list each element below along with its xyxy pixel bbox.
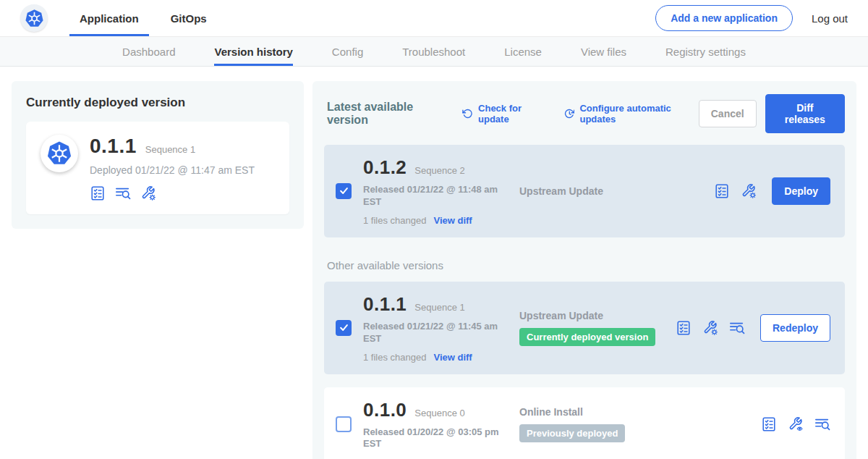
tab-label: Config: [332, 46, 363, 58]
view-diff-link[interactable]: View diff: [433, 215, 472, 226]
add-new-application-button[interactable]: Add a new application: [655, 5, 793, 31]
topnav-tab-gitops[interactable]: GitOps: [161, 0, 217, 36]
previously-deployed-badge: Previously deployed: [519, 424, 625, 442]
tab-label: View files: [581, 46, 626, 58]
currently-deployed-card: 0.1.1 Sequence 1 Deployed 01/21/22 @ 11:…: [26, 122, 289, 214]
tab-view-files[interactable]: View files: [581, 37, 626, 66]
version-checkbox[interactable]: [336, 416, 352, 432]
app-sub-nav: Dashboard Version history Config Trouble…: [0, 36, 868, 67]
version-released-timestamp: Released 01/21/22 @ 11:45 am EST: [363, 321, 501, 345]
latest-version-header: Latest available version Check for updat…: [324, 94, 845, 133]
tab-dashboard[interactable]: Dashboard: [122, 37, 175, 66]
files-changed-label: 1 files changed: [363, 215, 426, 226]
version-checkbox[interactable]: [336, 320, 352, 336]
current-version-number: 0.1.1: [90, 135, 137, 158]
tab-registry-settings[interactable]: Registry settings: [665, 37, 746, 66]
files-changed-label: 1 files changed: [363, 352, 426, 363]
diff-releases-button[interactable]: Diff releases: [765, 94, 845, 133]
topnav-tab-application[interactable]: Application: [69, 0, 149, 36]
tab-troubleshoot[interactable]: Troubleshoot: [402, 37, 465, 66]
tab-label: Registry settings: [665, 46, 746, 58]
tab-label: License: [504, 46, 542, 58]
edit-config-icon[interactable]: [741, 183, 757, 199]
check-for-update-label: Check for update: [478, 103, 548, 125]
release-notes-icon[interactable]: [714, 183, 730, 199]
version-number: 0.1.0: [363, 399, 407, 421]
deploy-logs-icon[interactable]: [814, 416, 830, 432]
tab-label: Version history: [214, 46, 292, 58]
edit-config-icon[interactable]: [702, 320, 718, 336]
redeploy-button[interactable]: Redeploy: [760, 314, 830, 342]
version-source: Upstream Update: [519, 310, 676, 321]
latest-available-title: Latest available version: [327, 101, 446, 127]
version-info: 0.1.2 Sequence 2 Released 01/21/22 @ 11:…: [363, 156, 516, 226]
version-source: Upstream Update: [519, 185, 714, 197]
top-nav: Application GitOps Add a new application…: [0, 0, 868, 36]
currently-deployed-panel: Currently deployed version: [12, 81, 304, 229]
other-available-versions-title: Other available versions: [327, 259, 845, 271]
topnav-tab-label: GitOps: [171, 12, 207, 25]
version-row-0-1-1: 0.1.1 Sequence 1 Released 01/21/22 @ 11:…: [324, 282, 845, 374]
version-info: 0.1.0 Sequence 0 Released 01/20/22 @ 03:…: [363, 399, 516, 451]
version-row-0-1-0: 0.1.0 Sequence 0 Released 01/20/22 @ 03:…: [324, 387, 845, 459]
tab-version-history[interactable]: Version history: [214, 37, 292, 66]
check-icon: [339, 185, 349, 196]
schedule-update-icon: [564, 108, 575, 119]
deploy-button[interactable]: Deploy: [772, 177, 830, 205]
deploy-logs-icon[interactable]: [115, 185, 131, 201]
kubernetes-logo-icon: [41, 135, 78, 172]
version-row-0-1-2: 0.1.2 Sequence 2 Released 01/21/22 @ 11:…: [324, 145, 845, 237]
version-released-timestamp: Released 01/20/22 @ 03:05 pm EST: [363, 426, 501, 451]
topnav-tab-label: Application: [80, 12, 139, 25]
current-version-sequence: Sequence 1: [145, 144, 195, 155]
view-diff-link[interactable]: View diff: [433, 352, 472, 363]
version-checkbox[interactable]: [336, 183, 352, 199]
tab-license[interactable]: License: [504, 37, 542, 66]
version-source: Online Install: [519, 406, 761, 418]
edit-config-icon[interactable]: [140, 185, 156, 201]
logout-link[interactable]: Log out: [812, 12, 848, 25]
currently-deployed-badge: Currently deployed version: [519, 328, 655, 346]
check-for-update-link[interactable]: Check for update: [462, 103, 548, 125]
view-config-icon[interactable]: [788, 416, 804, 432]
version-sequence: Sequence 0: [414, 408, 464, 418]
version-number: 0.1.2: [363, 156, 407, 179]
version-history-panel: Latest available version Check for updat…: [312, 81, 856, 459]
version-info: 0.1.1 Sequence 1 Released 01/21/22 @ 11:…: [363, 293, 516, 363]
check-icon: [339, 322, 349, 333]
configure-automatic-updates-label: Configure automatic updates: [579, 103, 698, 125]
current-version-deployed-timestamp: Deployed 01/21/22 @ 11:47 am EST: [90, 164, 255, 176]
main-content: Currently deployed version: [0, 67, 868, 459]
currently-deployed-title: Currently deployed version: [26, 96, 289, 110]
refresh-icon: [462, 108, 473, 119]
tab-label: Dashboard: [122, 46, 175, 58]
version-sequence: Sequence 2: [414, 165, 464, 176]
tab-label: Troubleshoot: [402, 46, 465, 58]
tab-config[interactable]: Config: [332, 37, 363, 66]
release-notes-icon[interactable]: [761, 416, 777, 432]
deploy-logs-icon[interactable]: [729, 320, 745, 336]
cancel-button[interactable]: Cancel: [699, 100, 757, 127]
release-notes-icon[interactable]: [90, 185, 106, 201]
app-logo[interactable]: [20, 0, 48, 36]
configure-automatic-updates-link[interactable]: Configure automatic updates: [564, 103, 699, 125]
version-released-timestamp: Released 01/21/22 @ 11:48 am EST: [363, 184, 501, 209]
version-number: 0.1.1: [363, 293, 407, 316]
kubernetes-logo-icon: [20, 4, 48, 32]
version-sequence: Sequence 1: [414, 302, 464, 313]
release-notes-icon[interactable]: [676, 320, 692, 336]
